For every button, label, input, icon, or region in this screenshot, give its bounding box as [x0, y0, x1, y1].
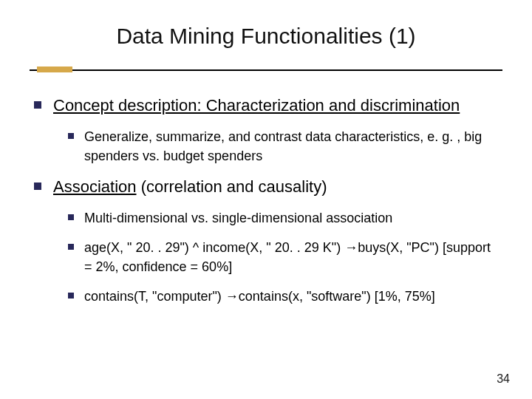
square-bullet-icon — [68, 293, 74, 299]
section-heading: Association (correlation and causality) — [34, 176, 498, 198]
slide-title: Data Mining Functionalities (1) — [30, 24, 502, 49]
title-divider — [30, 66, 502, 72]
square-bullet-icon — [34, 101, 41, 109]
square-bullet-icon — [68, 133, 74, 139]
section-heading-text: Association (correlation and causality) — [53, 176, 327, 198]
list-item: Generalize, summarize, and contrast data… — [68, 127, 498, 166]
square-bullet-icon — [68, 214, 74, 220]
page-number: 34 — [497, 372, 510, 386]
list-item: contains(T, "computer") →contains(x, "so… — [68, 287, 498, 306]
list-item-text: contains(T, "computer") →contains(x, "so… — [84, 287, 435, 306]
section-heading: Concept description: Characterization an… — [34, 95, 498, 117]
slide: Data Mining Functionalities (1) Concept … — [0, 0, 532, 399]
divider-accent — [37, 66, 72, 72]
section-heading-underlined: Association — [53, 177, 137, 196]
square-bullet-icon — [68, 244, 74, 250]
list-item-text: age(X, " 20. . 29") ^ income(X, " 20. . … — [84, 238, 498, 276]
section-heading-text: Concept description: Characterization an… — [53, 95, 460, 117]
list-item: age(X, " 20. . 29") ^ income(X, " 20. . … — [68, 238, 498, 276]
divider-line — [30, 69, 502, 71]
list-item-text: Multi-dimensional vs. single-dimensional… — [84, 208, 392, 228]
list-item-text: Generalize, summarize, and contrast data… — [84, 127, 498, 166]
square-bullet-icon — [34, 183, 41, 190]
slide-content: Concept description: Characterization an… — [30, 95, 502, 306]
list-item: Multi-dimensional vs. single-dimensional… — [68, 208, 498, 228]
section-heading-rest: (correlation and causality) — [137, 177, 327, 196]
